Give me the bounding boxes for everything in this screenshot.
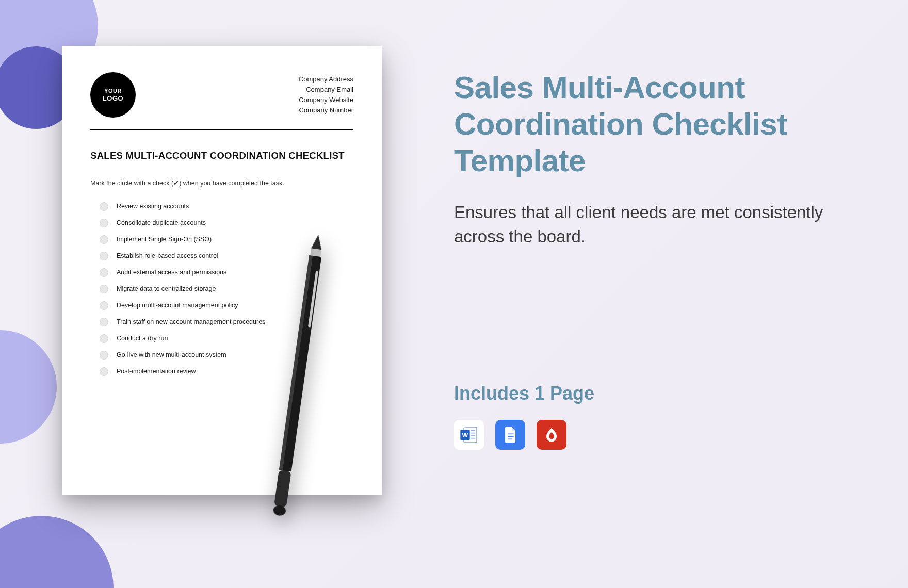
list-item: Post-implementation review xyxy=(100,363,353,380)
list-item: Review existing accounts xyxy=(100,198,353,215)
item-text: Audit external access and permissions xyxy=(117,269,226,276)
list-item: Go-live with new multi-account system xyxy=(100,347,353,363)
list-item: Consolidate duplicate accounts xyxy=(100,215,353,231)
checkbox-icon xyxy=(100,252,108,260)
template-description: Ensures that all client needs are met co… xyxy=(454,201,862,248)
logo-line-2: LOGO xyxy=(103,94,123,103)
checkbox-icon xyxy=(100,318,108,326)
checkbox-icon xyxy=(100,235,108,244)
svg-rect-4 xyxy=(274,470,291,508)
template-title: Sales Multi-Account Coordination Checkli… xyxy=(454,70,862,179)
logo-placeholder: YOUR LOGO xyxy=(90,72,136,118)
checkbox-icon xyxy=(100,219,108,227)
item-text: Conduct a dry run xyxy=(117,335,168,342)
svg-rect-1 xyxy=(310,248,321,257)
pdf-icon[interactable] xyxy=(537,420,566,450)
checkbox-icon xyxy=(100,285,108,293)
company-info: Company Address Company Email Company We… xyxy=(299,72,353,116)
item-text: Consolidate duplicate accounts xyxy=(117,219,206,226)
checkbox-icon xyxy=(100,351,108,360)
promo-column: Sales Multi-Account Coordination Checkli… xyxy=(454,70,862,450)
item-text: Establish role-based access control xyxy=(117,252,218,259)
doc-header: YOUR LOGO Company Address Company Email … xyxy=(90,72,353,118)
item-text: Implement Single Sign-On (SSO) xyxy=(117,236,212,243)
checkbox-icon xyxy=(100,334,108,343)
checkbox-icon xyxy=(100,202,108,211)
item-text: Train staff on new account management pr… xyxy=(117,318,265,325)
google-docs-icon[interactable] xyxy=(495,420,525,450)
item-text: Go-live with new multi-account system xyxy=(117,351,226,358)
checkbox-icon xyxy=(100,367,108,376)
doc-title: SALES MULTI-ACCOUNT COORDINATION CHECKLI… xyxy=(90,150,353,161)
company-line: Company Website xyxy=(299,95,353,105)
divider xyxy=(90,129,353,130)
company-line: Company Number xyxy=(299,105,353,116)
doc-instruction: Mark the circle with a check (✔) when yo… xyxy=(90,179,353,187)
company-line: Company Address xyxy=(299,74,353,85)
svg-marker-0 xyxy=(311,234,323,250)
item-text: Migrate data to centralized storage xyxy=(117,285,216,292)
item-text: Review existing accounts xyxy=(117,203,189,210)
logo-line-1: YOUR xyxy=(104,88,122,94)
word-icon[interactable]: W xyxy=(454,420,484,450)
includes-label: Includes 1 Page xyxy=(454,383,862,404)
checkbox-icon xyxy=(100,268,108,277)
svg-text:W: W xyxy=(462,432,468,439)
checkbox-icon xyxy=(100,301,108,310)
company-line: Company Email xyxy=(299,85,353,95)
item-text: Post-implementation review xyxy=(117,368,196,375)
file-format-row: W xyxy=(454,420,862,450)
document-preview: YOUR LOGO Company Address Company Email … xyxy=(62,46,382,495)
item-text: Develop multi-account management policy xyxy=(117,302,238,309)
